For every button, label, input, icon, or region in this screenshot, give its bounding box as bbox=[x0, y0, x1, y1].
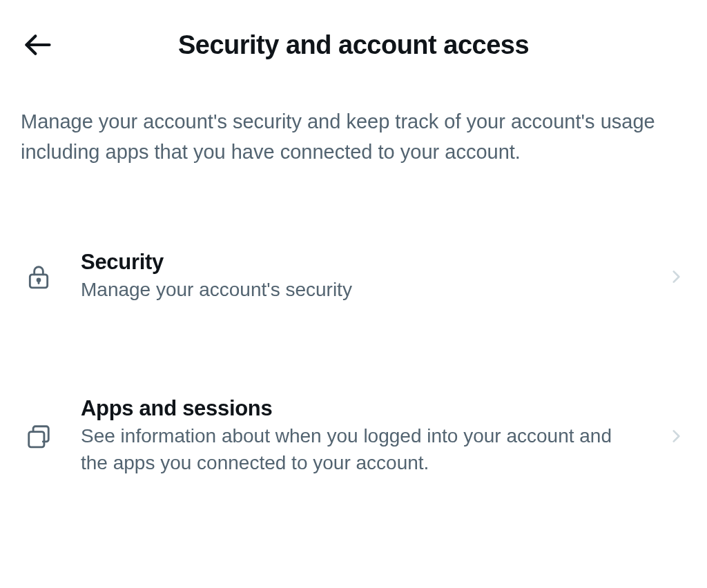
arrow-left-icon bbox=[23, 30, 53, 60]
menu-content: Security Manage your account's security bbox=[81, 250, 638, 303]
back-button[interactable] bbox=[21, 28, 55, 62]
menu-content: Apps and sessions See information about … bbox=[81, 396, 638, 476]
menu-item-title: Apps and sessions bbox=[81, 396, 638, 421]
header: Security and account access bbox=[0, 0, 707, 76]
menu-list: Security Manage your account's security … bbox=[0, 167, 707, 491]
lock-icon bbox=[24, 262, 53, 291]
apps-icon bbox=[24, 422, 53, 451]
chevron-right-icon bbox=[666, 266, 686, 287]
menu-item-apps-sessions[interactable]: Apps and sessions See information about … bbox=[0, 382, 707, 490]
svg-rect-4 bbox=[29, 432, 44, 447]
menu-item-security[interactable]: Security Manage your account's security bbox=[0, 236, 707, 317]
menu-item-subtitle: Manage your account's security bbox=[81, 276, 638, 303]
menu-item-subtitle: See information about when you logged in… bbox=[81, 422, 638, 476]
chevron-right-icon bbox=[666, 426, 686, 447]
page-description: Manage your account's security and keep … bbox=[0, 76, 707, 167]
menu-item-title: Security bbox=[81, 250, 638, 275]
page-title: Security and account access bbox=[55, 30, 686, 60]
